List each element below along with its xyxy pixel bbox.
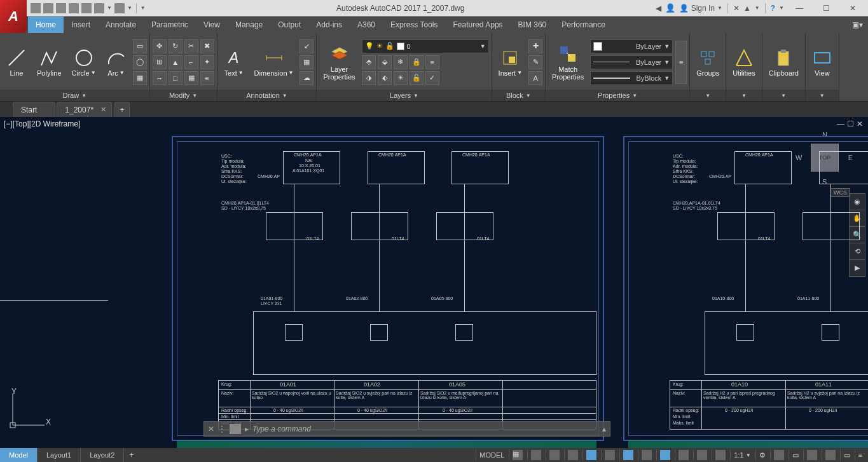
layulk-button[interactable]: 🔓 — [410, 71, 424, 85]
minimize-button[interactable]: — — [788, 0, 811, 17]
laythw-button[interactable]: ☀ — [394, 71, 408, 85]
status-ortho-icon[interactable] — [564, 449, 581, 461]
saveas-icon[interactable] — [69, 3, 79, 13]
tab-insert[interactable]: Insert — [64, 17, 98, 33]
leader-button[interactable]: ↙ — [300, 39, 313, 53]
attr-button[interactable]: A — [528, 71, 542, 85]
tab-bim360[interactable]: BIM 360 — [511, 17, 555, 33]
insert-button[interactable]: Insert▼ — [495, 46, 526, 78]
explode-button[interactable]: ✦ — [200, 55, 214, 69]
tab-view[interactable]: View — [196, 17, 228, 33]
status-gear-icon[interactable]: ⚙ — [755, 449, 769, 461]
tab-performance[interactable]: Performance — [554, 17, 613, 33]
search-arrow-icon[interactable]: ◀ — [656, 4, 661, 13]
close-icon[interactable]: ✕ — [100, 105, 106, 114]
cmd-recent-icon[interactable]: ▴ — [602, 425, 606, 433]
hatch-button[interactable]: ▦ — [133, 71, 147, 85]
groups-button[interactable]: Groups — [692, 46, 723, 78]
layiso-button[interactable]: ⬙ — [378, 55, 392, 69]
layoff-button[interactable]: ⬘ — [362, 55, 376, 69]
command-line[interactable]: ✕ ⋮ ▸ Type a command ▴ — [203, 421, 610, 437]
tab-output[interactable]: Output — [270, 17, 308, 33]
erase-button[interactable]: ✖ — [200, 39, 214, 53]
help-icon[interactable]: ? — [771, 4, 775, 13]
status-workspace-icon[interactable]: ▭ — [789, 449, 802, 461]
tab-file1[interactable]: 1_2007*✕ — [57, 102, 112, 117]
polyline-button[interactable]: Polyline — [33, 46, 65, 78]
status-hwacc-icon[interactable] — [803, 449, 820, 461]
tab-parametric[interactable]: Parametric — [144, 17, 196, 33]
laylck-button[interactable]: 🔒 — [410, 55, 424, 69]
cloud-button[interactable]: ☁ — [300, 71, 313, 85]
tab-addins[interactable]: Add-ins — [308, 17, 350, 33]
line-button[interactable]: Line — [3, 46, 31, 78]
arc-button[interactable]: Arc▼ — [102, 46, 130, 78]
status-otrack-icon[interactable] — [656, 449, 673, 461]
laycur-button[interactable]: ✓ — [425, 71, 439, 85]
status-snap-icon[interactable] — [527, 449, 544, 461]
ucs-icon[interactable]: Y X — [6, 387, 51, 431]
status-lwt-icon[interactable] — [675, 449, 692, 461]
tab-featured[interactable]: Featured Apps — [446, 17, 511, 33]
match-properties-button[interactable]: Match Properties — [548, 43, 588, 82]
status-osnap-icon[interactable] — [619, 449, 637, 461]
layer-dropdown[interactable]: 💡 ☀ 🔓 0 ▼ — [362, 39, 489, 53]
scale-button[interactable]: □ — [169, 71, 183, 85]
sign-in-button[interactable]: 👤Sign In▼ — [679, 4, 722, 13]
status-clean-icon[interactable]: ▭ — [840, 449, 853, 461]
vp-minimize-icon[interactable]: — — [837, 119, 844, 128]
layouttab-l2[interactable]: Layout2 — [81, 448, 124, 462]
trim-button[interactable]: ✂ — [184, 39, 198, 53]
view-button[interactable]: View — [808, 46, 836, 78]
redo-dropdown-icon[interactable]: ▼ — [127, 5, 132, 11]
linetype-dropdown[interactable]: ByBlock▼ — [590, 71, 673, 85]
tab-start[interactable]: Start — [13, 102, 55, 117]
plot-icon[interactable] — [81, 3, 92, 13]
circle-button[interactable]: Circle▼ — [68, 46, 100, 78]
layer-properties-button[interactable]: Layer Properties — [319, 43, 359, 82]
status-transparency-icon[interactable] — [693, 449, 710, 461]
search-icon[interactable]: 👤 — [665, 3, 675, 13]
status-customize-icon[interactable]: ≡ — [855, 449, 865, 461]
tab-a360[interactable]: A360 — [350, 17, 383, 33]
save-icon[interactable] — [56, 3, 66, 13]
color-dropdown[interactable]: ByLayer▼ — [590, 39, 673, 53]
lineweight-dropdown[interactable]: ByLayer▼ — [590, 55, 673, 69]
layouttab-add-button[interactable]: + — [124, 448, 139, 462]
status-3dosnap-icon[interactable] — [638, 449, 655, 461]
copy-button[interactable]: ⊞ — [153, 55, 167, 69]
tab-annotate[interactable]: Annotate — [98, 17, 144, 33]
status-annomonitor-icon[interactable] — [770, 449, 787, 461]
add-tab-button[interactable]: + — [114, 102, 130, 117]
clipboard-button[interactable]: Clipboard — [765, 46, 803, 78]
rotate-button[interactable]: ↻ — [169, 39, 183, 53]
utilities-button[interactable]: Utilities — [729, 46, 759, 78]
status-infer-icon[interactable] — [546, 449, 563, 461]
maximize-button[interactable]: ☐ — [815, 0, 837, 17]
status-grid-icon[interactable]: ▦ — [509, 449, 526, 461]
ellipse-button[interactable]: ◯ — [133, 55, 147, 69]
undo-icon[interactable] — [94, 3, 104, 13]
status-scale[interactable]: 1:1▼ — [730, 449, 754, 461]
move-button[interactable]: ✥ — [153, 39, 167, 53]
open-icon[interactable] — [43, 3, 53, 13]
fillet-button[interactable]: ⌐ — [184, 55, 198, 69]
laymch-button[interactable]: ≡ — [425, 55, 439, 69]
offset-button[interactable]: ≡ — [200, 71, 214, 85]
status-iso-icon[interactable] — [601, 449, 618, 461]
tab-express[interactable]: Express Tools — [383, 17, 445, 33]
tab-manage[interactable]: Manage — [228, 17, 270, 33]
viewport-label[interactable]: [−][Top][2D Wireframe] — [4, 119, 80, 128]
layouttab-l1[interactable]: Layout1 — [38, 448, 81, 462]
qat-customize-icon[interactable]: ▼ — [141, 5, 146, 11]
close-button[interactable]: ✕ — [841, 0, 864, 17]
exchange-icon[interactable]: ✕ — [733, 4, 740, 13]
vp-maximize-icon[interactable]: ☐ — [847, 119, 854, 128]
dimension-button[interactable]: Dimension▼ — [251, 46, 298, 78]
a360-icon[interactable]: ▲ — [743, 4, 751, 13]
status-cycle-icon[interactable] — [712, 449, 729, 461]
edit-block-button[interactable]: ✎ — [528, 55, 542, 69]
props-palette-button[interactable]: ≡ — [675, 41, 687, 84]
array-button[interactable]: ▦ — [184, 71, 198, 85]
status-polar-icon[interactable] — [582, 449, 600, 461]
